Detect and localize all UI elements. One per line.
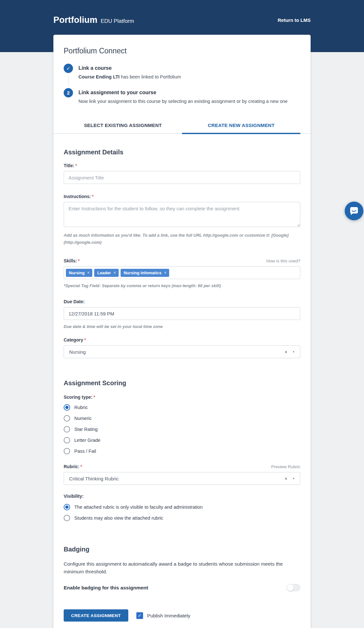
chevron-down-icon[interactable]: ▼ — [292, 350, 295, 353]
visibility-radio-group: The attached rubric is only visible to f… — [64, 504, 300, 521]
check-icon: ✓ — [138, 613, 141, 618]
form-footer: CREATE ASSIGNMENT ✓ Publish Immediately — [64, 609, 300, 622]
radio-option-students-view[interactable]: Students may also view the attached rubr… — [64, 515, 300, 521]
portfolium-connect-card: Portfolium Connect ✓ Link a course Cours… — [53, 35, 311, 628]
chevron-down-icon[interactable]: ▼ — [292, 477, 295, 480]
radio-option-rubric[interactable]: Rubric — [64, 404, 300, 411]
remove-tag-icon[interactable]: × — [164, 270, 166, 275]
radio-option-label: Numeric — [74, 416, 92, 421]
skills-helper-text: *Special Tag Field: Separate by comma or… — [64, 282, 289, 289]
preview-rubric-link[interactable]: Preview Rubric — [271, 464, 300, 469]
radio-icon[interactable] — [64, 515, 70, 521]
radio-option-label: Rubric — [74, 405, 88, 410]
brand-logo: Portfolium EDU Platform — [53, 15, 134, 25]
step2-number-badge: 2 — [64, 88, 73, 97]
radio-icon[interactable] — [64, 426, 70, 432]
step2-number: 2 — [67, 90, 69, 96]
radio-option-letter-grade[interactable]: Letter Grade — [64, 437, 300, 443]
skill-tag: Nursing Infomatics× — [121, 269, 169, 277]
page-title: Portfolium Connect — [64, 47, 300, 55]
visibility-label: Visibility: — [64, 494, 84, 499]
visibility-group: Visibility: The attached rubric is only … — [64, 494, 300, 521]
radio-option-label: Students may also view the attached rubr… — [74, 515, 163, 521]
instructions-helper-text: Add as much information as you'd like. T… — [64, 232, 289, 246]
assignment-tabbar: SELECT EXISTING ASSIGNMENT CREATE NEW AS… — [53, 123, 311, 134]
tab-select-existing-assignment[interactable]: SELECT EXISTING ASSIGNMENT — [64, 123, 182, 134]
due-date-field-group: Due Date: Due date & time will be set in… — [64, 299, 300, 330]
skill-tag: Leader× — [94, 269, 119, 277]
step-link-course: ✓ Link a course Course Ending LTI has be… — [64, 64, 300, 88]
skill-tag: Nursing× — [66, 269, 92, 277]
category-field-group: Category* Nursing × ▼ — [64, 337, 300, 358]
step1-complete-badge: ✓ — [64, 64, 73, 73]
radio-icon[interactable] — [64, 437, 70, 443]
remove-tag-icon[interactable]: × — [87, 270, 89, 275]
step2-description: Now link your assignment to this course … — [78, 99, 287, 104]
badging-description: Configure this assignment to automatical… — [64, 560, 300, 576]
assignment-details-heading: Assignment Details — [64, 149, 300, 156]
skills-label: Skills:* — [64, 258, 80, 263]
category-select[interactable]: Nursing × ▼ — [64, 345, 300, 358]
assignment-scoring-heading: Assignment Scoring — [64, 379, 300, 387]
required-asterisk: * — [80, 464, 82, 469]
enable-badging-label: Enable badging for this assignment — [64, 585, 148, 591]
enable-badging-toggle[interactable] — [287, 584, 300, 591]
badging-heading: Badging — [64, 546, 300, 553]
radio-selected-icon[interactable] — [64, 504, 70, 510]
chat-launcher-button[interactable] — [345, 202, 363, 220]
remove-tag-icon[interactable]: × — [114, 270, 116, 275]
required-asterisk: * — [78, 258, 79, 263]
rubric-label: Rubric:* — [64, 464, 82, 469]
rubric-select[interactable]: Critical Thinking Rubric × ▼ — [64, 472, 300, 485]
radio-option-numeric[interactable]: Numeric — [64, 415, 300, 422]
clear-selection-icon[interactable]: × — [285, 476, 287, 481]
publish-immediately-checkbox[interactable]: ✓ — [136, 612, 143, 619]
due-date-input[interactable] — [64, 307, 300, 320]
step1-description-rest: has been linked to Portfolium — [120, 74, 181, 79]
enable-badging-row: Enable badging for this assignment — [64, 584, 300, 591]
radio-option-label: Pass / Fail — [74, 449, 96, 454]
scoring-type-radio-group: Rubric Numeric Star Rating Letter Grade … — [64, 404, 300, 454]
category-label: Category* — [64, 337, 86, 342]
radio-option-pass-fail[interactable]: Pass / Fail — [64, 448, 300, 454]
due-date-helper-text: Due date & time will be set in your loca… — [64, 323, 289, 330]
logo-text: Portfolium — [53, 15, 97, 25]
step-link-assignment: 2 Link assignment to your course Now lin… — [64, 88, 300, 104]
how-is-this-used-link[interactable]: How is this used? — [266, 259, 300, 263]
rubric-field-group: Rubric:* Preview Rubric Critical Thinkin… — [64, 464, 300, 485]
tab-create-new-assignment[interactable]: CREATE NEW ASSIGNMENT — [182, 123, 300, 134]
radio-icon[interactable] — [64, 415, 70, 422]
publish-immediately-label: Publish Immediately — [147, 613, 190, 618]
radio-icon[interactable] — [64, 448, 70, 454]
rubric-selected-value: Critical Thinking Rubric — [69, 476, 119, 481]
step-connector-line — [68, 75, 68, 87]
instructions-label: Instructions:* — [64, 194, 94, 199]
category-selected-value: Nursing — [69, 349, 86, 355]
due-date-label: Due Date: — [64, 299, 85, 304]
return-to-lms-link[interactable]: Return to LMS — [278, 17, 311, 23]
scoring-type-group: Scoring type:* Rubric Numeric Star Ratin… — [64, 395, 300, 454]
step1-description: Course Ending LTI has been linked to Por… — [78, 74, 181, 79]
check-icon: ✓ — [66, 66, 70, 71]
linked-course-name: Course Ending LTI — [78, 74, 120, 79]
radio-selected-icon[interactable] — [64, 404, 70, 411]
logo-suffix: EDU Platform — [101, 18, 134, 24]
skills-tag-input[interactable]: Nursing× Leader× Nursing Infomatics× — [64, 266, 300, 279]
toggle-knob[interactable] — [287, 584, 294, 591]
title-field-group: Title:* — [64, 163, 300, 184]
title-input[interactable] — [64, 171, 300, 184]
radio-option-label: The attached rubric is only visible to f… — [74, 505, 203, 510]
radio-option-label: Letter Grade — [74, 438, 100, 443]
clear-selection-icon[interactable]: × — [285, 350, 287, 354]
instructions-textarea[interactable] — [64, 202, 300, 227]
required-asterisk: * — [75, 163, 77, 168]
scoring-type-label: Scoring type:* — [64, 395, 95, 400]
wizard-steps: ✓ Link a course Course Ending LTI has be… — [64, 64, 300, 104]
instructions-field-group: Instructions:* Add as much information a… — [64, 194, 300, 246]
required-asterisk: * — [92, 194, 94, 199]
radio-option-star-rating[interactable]: Star Rating — [64, 426, 300, 432]
create-assignment-button[interactable]: CREATE ASSIGNMENT — [64, 609, 128, 622]
title-label: Title:* — [64, 163, 77, 168]
radio-option-faculty-only[interactable]: The attached rubric is only visible to f… — [64, 504, 300, 510]
radio-option-label: Star Rating — [74, 427, 98, 432]
